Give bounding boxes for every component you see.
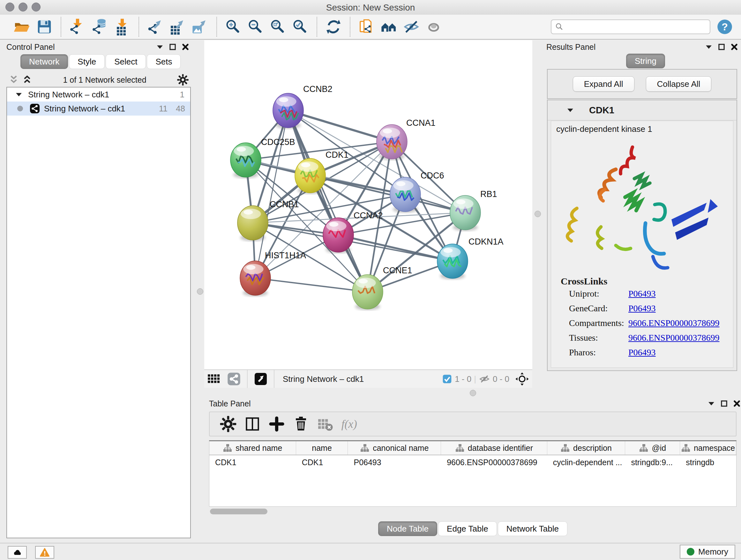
tab-select[interactable]: Select — [106, 54, 146, 69]
crosslink-link[interactable]: P06493 — [628, 303, 656, 314]
network-edge-CCNB2-CCNA1[interactable] — [288, 111, 392, 142]
column-header-shared-name[interactable]: shared name — [209, 441, 296, 455]
network-node-CCNE1[interactable]: CCNE1 — [352, 266, 412, 310]
zoom-out-button[interactable] — [246, 17, 265, 36]
warnings-button[interactable] — [35, 546, 54, 559]
network-edge-HIST1H1A-CCNE1[interactable] — [255, 278, 367, 292]
network-node-CCNB1[interactable]: CCNB1 — [238, 199, 299, 241]
results-tab-string[interactable]: String — [626, 54, 665, 68]
network-edge-CCNB2-CCNE1[interactable] — [288, 111, 367, 292]
network-collection-row[interactable]: String Network – cdk1 1 — [7, 87, 190, 102]
column-header-database-identifier[interactable]: database identifier — [441, 441, 547, 455]
show-grid-button[interactable] — [207, 372, 221, 386]
table-cell[interactable]: stringdb:9... — [625, 458, 680, 467]
tab-sets[interactable]: Sets — [147, 54, 181, 69]
zoom-selected-button[interactable] — [291, 17, 310, 36]
float-panel-icon[interactable] — [720, 399, 728, 408]
collapse-panel-icon[interactable] — [156, 43, 164, 51]
close-panel-icon[interactable] — [181, 43, 190, 51]
network-canvas[interactable]: CCNB2CCNA1CDC25BCDK1CDC6RB1CCNB1CCNA2CDK… — [204, 40, 532, 369]
table-cell[interactable]: cyclin-dependent ... — [547, 458, 625, 467]
tab-style[interactable]: Style — [69, 54, 105, 69]
scrollbar-thumb[interactable] — [210, 509, 267, 514]
cloud-status-button[interactable] — [8, 546, 27, 559]
export-network-button[interactable] — [146, 17, 165, 36]
table-cell[interactable]: CDK1 — [209, 458, 296, 467]
hidden-eye-slash-icon[interactable] — [479, 373, 490, 385]
table-settings-button[interactable] — [219, 415, 238, 433]
network-row[interactable]: String Network – cdk1 11 48 — [7, 102, 190, 116]
search-box[interactable] — [551, 19, 711, 34]
column-header-description[interactable]: description — [547, 441, 625, 455]
eye-slash-button[interactable] — [402, 17, 421, 36]
export-image-icon — [192, 18, 209, 36]
tab-edge-table[interactable]: Edge Table — [438, 521, 497, 536]
tab-network[interactable]: Network — [20, 54, 68, 69]
network-svg[interactable]: CCNB2CCNA1CDC25BCDK1CDC6RB1CCNB1CCNA2CDK… — [204, 40, 532, 369]
node-table[interactable]: shared namenamecanonical namedatabase id… — [209, 440, 737, 507]
crosslink-link[interactable]: P06493 — [628, 289, 656, 299]
collapse-all-button[interactable]: Collapse All — [646, 76, 712, 91]
network-node-CDKN1A[interactable]: CDKN1A — [437, 237, 503, 279]
string-view-button[interactable] — [226, 372, 241, 386]
float-panel-icon[interactable] — [169, 43, 177, 51]
memory-button[interactable]: Memory — [680, 545, 735, 559]
table-cell[interactable]: 9606.ENSP00000378699 — [441, 458, 547, 467]
search-input[interactable] — [567, 22, 706, 32]
network-node-CCNA1[interactable]: CCNA1 — [377, 118, 435, 160]
table-cell[interactable]: stringdb — [680, 458, 736, 467]
left-splitter-handle[interactable] — [197, 288, 203, 295]
help-button[interactable]: ? — [716, 18, 733, 36]
add-column-button[interactable] — [267, 415, 286, 433]
zoom-fit-button[interactable] — [269, 17, 287, 36]
duplicate-network-button[interactable] — [357, 17, 376, 36]
detach-view-button[interactable] — [253, 372, 268, 386]
selected-checkbox-icon[interactable] — [442, 374, 452, 384]
network-edge-CCNA2-CDKN1A[interactable] — [338, 235, 453, 261]
table-row[interactable]: CDK1CDK1P064939606.ENSP00000378699cyclin… — [209, 455, 736, 469]
zoom-in-button[interactable] — [224, 17, 243, 36]
fit-selected-target-icon[interactable] — [515, 372, 529, 386]
entry-expander-icon[interactable] — [566, 106, 575, 114]
node-entry-header[interactable]: CDK1 — [548, 100, 737, 120]
column-header--id[interactable]: @id — [625, 441, 680, 455]
expand-all-icon[interactable] — [22, 75, 32, 84]
horizontal-splitter-handle[interactable] — [470, 390, 476, 396]
eye-button[interactable] — [424, 17, 443, 36]
import-table-button[interactable] — [113, 17, 131, 36]
network-node-RB1[interactable]: RB1 — [450, 189, 497, 231]
column-header-name[interactable]: name — [296, 441, 348, 455]
network-options-gear-icon[interactable] — [177, 74, 189, 86]
close-panel-icon[interactable] — [733, 399, 741, 408]
open-session-button[interactable] — [13, 17, 31, 36]
collapse-all-icon[interactable] — [8, 75, 19, 84]
expand-all-button[interactable]: Expand All — [573, 76, 634, 91]
crosslink-link[interactable]: P06493 — [628, 348, 656, 358]
float-panel-icon[interactable] — [718, 43, 726, 51]
table-cell[interactable]: P06493 — [348, 458, 441, 467]
import-database-button[interactable] — [91, 17, 109, 36]
split-panel-button[interactable] — [243, 415, 262, 433]
column-header-canonical-name[interactable]: canonical name — [348, 441, 441, 455]
table-hscrollbar[interactable] — [209, 509, 737, 515]
column-header-namespace[interactable]: namespace — [680, 441, 736, 455]
table-cell[interactable]: CDK1 — [296, 458, 348, 467]
crosslink-link[interactable]: 9606.ENSP00000378699 — [628, 318, 719, 328]
houses-button[interactable] — [380, 17, 398, 36]
refresh-button[interactable] — [324, 17, 343, 36]
import-network-button[interactable] — [68, 17, 87, 36]
close-panel-icon[interactable] — [730, 43, 738, 51]
network-node-HIST1H1A[interactable]: HIST1H1A — [240, 251, 306, 296]
export-table-button[interactable] — [169, 17, 187, 36]
tree-expander-icon[interactable] — [15, 90, 23, 99]
save-session-button[interactable] — [35, 17, 54, 36]
collapse-panel-icon[interactable] — [704, 43, 713, 51]
tab-node-table[interactable]: Node Table — [378, 521, 437, 536]
crosslink-link[interactable]: 9606.ENSP00000378699 — [628, 333, 719, 343]
delete-column-button[interactable] — [292, 415, 310, 433]
tab-network-table[interactable]: Network Table — [498, 521, 567, 536]
collapse-panel-icon[interactable] — [707, 399, 716, 408]
right-splitter-handle[interactable] — [535, 211, 541, 217]
export-image-button[interactable] — [191, 17, 209, 36]
collection-count: 1 — [180, 90, 185, 100]
